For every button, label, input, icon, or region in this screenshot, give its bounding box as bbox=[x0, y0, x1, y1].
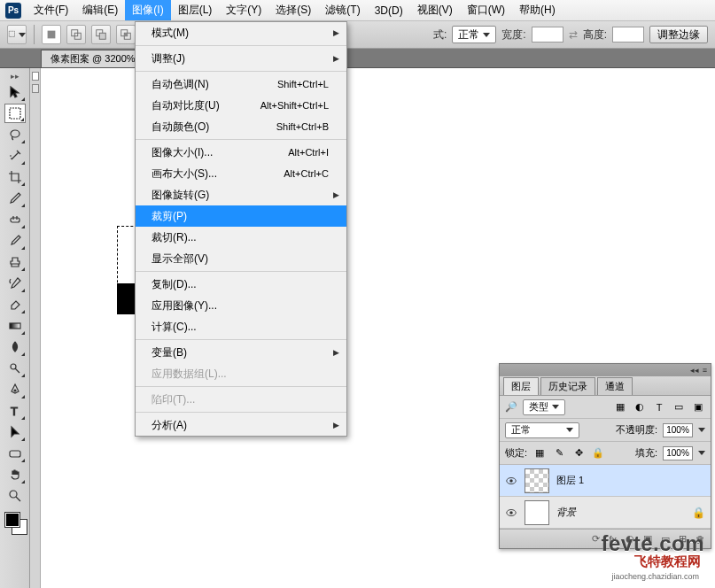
healing-brush-tool[interactable] bbox=[4, 210, 26, 229]
menu-item[interactable]: 3D(D) bbox=[368, 2, 410, 19]
height-label: 高度: bbox=[583, 27, 607, 43]
magic-wand-tool[interactable] bbox=[4, 146, 26, 166]
filter-smart-icon[interactable]: ▣ bbox=[691, 401, 705, 413]
menu-item[interactable]: 图像旋转(G) bbox=[136, 184, 346, 205]
menu-item[interactable]: 画布大小(S)...Alt+Ctrl+C bbox=[136, 163, 346, 184]
filter-shape-icon[interactable]: ▭ bbox=[672, 401, 686, 413]
swap-icon[interactable]: ⇄ bbox=[569, 28, 578, 41]
menubar: Ps 文件(F)编辑(E)图像(I)图层(L)文字(Y)选择(S)滤镜(T)3D… bbox=[0, 0, 715, 21]
height-input[interactable] bbox=[612, 27, 644, 43]
menu-item[interactable]: 文字(Y) bbox=[219, 0, 268, 20]
eyedropper-tool[interactable] bbox=[4, 189, 26, 208]
menu-item[interactable]: 图像(I) bbox=[125, 0, 170, 20]
menu-item[interactable]: 计算(C)... bbox=[136, 316, 346, 337]
lock-all-icon[interactable]: 🔒 bbox=[591, 447, 605, 459]
svg-rect-0 bbox=[9, 31, 14, 36]
lock-trans-icon[interactable]: ▦ bbox=[532, 447, 547, 459]
filter-type-icon[interactable]: T bbox=[652, 402, 666, 413]
menu-item[interactable]: 文件(F) bbox=[27, 0, 75, 20]
blend-mode-select[interactable]: 正常 bbox=[505, 422, 579, 438]
history-brush-tool[interactable] bbox=[4, 274, 26, 293]
menu-item[interactable]: 裁剪(P) bbox=[136, 205, 346, 227]
subtract-selection-button[interactable] bbox=[91, 25, 111, 44]
panel-tab[interactable]: 历史记录 bbox=[540, 377, 595, 395]
layer-thumbnail[interactable] bbox=[525, 468, 549, 493]
layer-thumbnail[interactable] bbox=[525, 500, 549, 525]
filter-pixel-icon[interactable]: ▦ bbox=[613, 401, 627, 413]
panel-drag-bar[interactable]: ◂◂≡ bbox=[500, 364, 711, 376]
layers-panel: ◂◂≡ 图层历史记录通道 🔎 类型 ▦ ◐ T ▭ ▣ 正常 不透明度: 100… bbox=[499, 363, 711, 549]
menu-item[interactable]: 调整(J) bbox=[136, 48, 346, 69]
style-select[interactable]: 正常 bbox=[452, 26, 496, 43]
panel-collapse-icon[interactable]: ◂◂ bbox=[690, 366, 699, 375]
menu-item[interactable]: 帮助(H) bbox=[512, 0, 563, 20]
layer-name[interactable]: 图层 1 bbox=[556, 474, 584, 487]
filter-kind-select[interactable]: 类型 bbox=[523, 399, 565, 415]
panel-tab[interactable]: 图层 bbox=[503, 377, 539, 395]
lasso-tool[interactable] bbox=[4, 125, 26, 144]
menu-item[interactable]: 视图(V) bbox=[410, 0, 460, 20]
blur-tool[interactable] bbox=[4, 337, 26, 357]
panel-tab[interactable]: 通道 bbox=[597, 377, 633, 395]
color-swatches[interactable] bbox=[4, 511, 27, 534]
svg-rect-5 bbox=[99, 33, 105, 39]
panel-footer-button[interactable]: ⟳ bbox=[592, 533, 600, 545]
menu-item[interactable]: 自动颜色(O)Shift+Ctrl+B bbox=[136, 116, 346, 137]
layer-row[interactable]: 图层 1 bbox=[500, 465, 711, 497]
panel-menu-icon[interactable]: ≡ bbox=[703, 366, 707, 375]
menu-item[interactable]: 图层(L) bbox=[171, 0, 220, 20]
brush-tool[interactable] bbox=[4, 231, 26, 251]
menu-item[interactable]: 自动色调(N)Shift+Ctrl+L bbox=[136, 74, 346, 95]
lock-pixels-icon[interactable]: ✎ bbox=[552, 447, 566, 459]
photoshop-logo-icon: Ps bbox=[5, 3, 21, 19]
clone-stamp-tool[interactable] bbox=[4, 252, 26, 272]
menu-item[interactable]: 变量(B) bbox=[136, 342, 346, 363]
zoom-tool[interactable] bbox=[4, 486, 26, 506]
refine-edge-button[interactable]: 调整边缘 bbox=[649, 26, 708, 43]
opacity-input[interactable]: 100% bbox=[663, 423, 693, 437]
menu-item[interactable]: 裁切(R)... bbox=[136, 227, 346, 248]
visibility-icon[interactable] bbox=[505, 507, 517, 519]
intersect-selection-button[interactable] bbox=[116, 25, 136, 44]
document-tab[interactable]: 像素图案 @ 3200% bbox=[41, 50, 145, 67]
marquee-tool[interactable] bbox=[4, 104, 26, 123]
shape-tool[interactable] bbox=[4, 444, 26, 463]
fill-input[interactable]: 100% bbox=[663, 446, 693, 460]
new-selection-button[interactable] bbox=[42, 25, 61, 44]
pen-tool[interactable] bbox=[4, 380, 26, 399]
tool-preset-button[interactable] bbox=[7, 25, 27, 44]
document-tabbar: 像素图案 @ 3200% bbox=[0, 49, 715, 68]
menu-item[interactable]: 模式(M) bbox=[136, 22, 346, 43]
lock-label: 锁定: bbox=[505, 446, 527, 460]
width-input[interactable] bbox=[532, 27, 563, 43]
layer-row[interactable]: 背景🔒 bbox=[500, 497, 711, 529]
layers-list: 图层 1背景🔒 bbox=[500, 465, 711, 529]
visibility-icon[interactable] bbox=[505, 475, 517, 487]
menu-item[interactable]: 滤镜(T) bbox=[318, 0, 367, 20]
hand-tool[interactable] bbox=[4, 465, 26, 484]
eraser-tool[interactable] bbox=[4, 295, 26, 314]
move-tool[interactable] bbox=[4, 82, 26, 102]
menu-item[interactable]: 窗口(W) bbox=[460, 0, 512, 20]
menu-item[interactable]: 选择(S) bbox=[268, 0, 318, 20]
path-select-tool[interactable] bbox=[4, 422, 26, 442]
menu-item[interactable]: 显示全部(V) bbox=[136, 248, 346, 269]
menu-item[interactable]: 分析(A) bbox=[136, 414, 346, 436]
menu-item[interactable]: 复制(D)... bbox=[136, 274, 346, 295]
svg-point-21 bbox=[509, 511, 513, 514]
menu-item[interactable]: 图像大小(I)...Alt+Ctrl+I bbox=[136, 142, 346, 163]
filter-adjust-icon[interactable]: ◐ bbox=[633, 401, 647, 413]
layer-name[interactable]: 背景 bbox=[556, 506, 576, 519]
crop-tool[interactable] bbox=[4, 167, 26, 187]
svg-rect-1 bbox=[48, 31, 56, 39]
menu-item[interactable]: 自动对比度(U)Alt+Shift+Ctrl+L bbox=[136, 95, 346, 116]
type-tool[interactable]: T bbox=[4, 401, 26, 421]
add-to-selection-button[interactable] bbox=[66, 25, 86, 44]
svg-point-10 bbox=[11, 130, 19, 137]
collapse-icon[interactable]: ▸▸ bbox=[0, 72, 29, 81]
dodge-tool[interactable] bbox=[4, 359, 26, 378]
lock-pos-icon[interactable]: ✥ bbox=[571, 447, 586, 459]
gradient-tool[interactable] bbox=[4, 316, 26, 336]
menu-item[interactable]: 应用图像(Y)... bbox=[136, 295, 346, 316]
menu-item[interactable]: 编辑(E) bbox=[75, 0, 125, 20]
